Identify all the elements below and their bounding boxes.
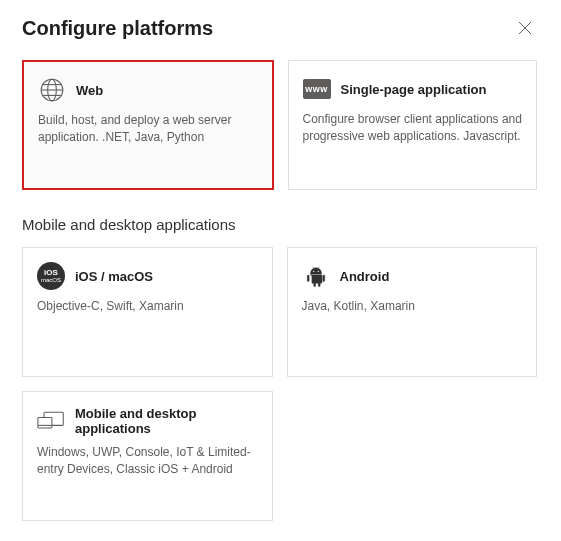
- platform-card-spa[interactable]: www Single-page application Configure br…: [288, 60, 538, 190]
- apple-icon: iOS macOS: [37, 262, 65, 290]
- desktop-icon: [37, 407, 65, 435]
- card-title: Web: [76, 83, 103, 98]
- card-description: Build, host, and deploy a web server app…: [38, 112, 258, 146]
- mobile-platforms-row-2: Mobile and desktop applications Windows,…: [22, 391, 537, 521]
- platform-card-desktop[interactable]: Mobile and desktop applications Windows,…: [22, 391, 273, 521]
- mobile-platforms-row-1: iOS macOS iOS / macOS Objective-C, Swift…: [22, 247, 537, 377]
- card-title: Single-page application: [341, 82, 487, 97]
- card-title: iOS / macOS: [75, 269, 153, 284]
- svg-point-5: [313, 271, 314, 272]
- card-title: Android: [340, 269, 390, 284]
- svg-rect-8: [38, 418, 52, 429]
- spa-icon: www: [303, 75, 331, 103]
- card-description: Windows, UWP, Console, IoT & Limited-ent…: [37, 444, 258, 478]
- android-icon: [302, 262, 330, 290]
- close-button[interactable]: [511, 14, 539, 42]
- web-platforms-row: Web Build, host, and deploy a web server…: [22, 60, 537, 190]
- close-icon: [518, 21, 532, 35]
- section-heading-mobile: Mobile and desktop applications: [22, 216, 537, 233]
- platform-card-ios[interactable]: iOS macOS iOS / macOS Objective-C, Swift…: [22, 247, 273, 377]
- scroll-area[interactable]: Web Build, host, and deploy a web server…: [0, 48, 545, 541]
- platform-card-android[interactable]: Android Java, Kotlin, Xamarin: [287, 247, 538, 377]
- card-description: Objective-C, Swift, Xamarin: [37, 298, 258, 315]
- platform-card-web[interactable]: Web Build, host, and deploy a web server…: [22, 60, 274, 190]
- page-title: Configure platforms: [22, 17, 213, 40]
- card-description: Configure browser client applications an…: [303, 111, 523, 145]
- card-description: Java, Kotlin, Xamarin: [302, 298, 523, 315]
- card-title: Mobile and desktop applications: [75, 406, 258, 436]
- svg-point-6: [317, 271, 318, 272]
- globe-icon: [38, 76, 66, 104]
- panel-header: Configure platforms: [0, 0, 561, 46]
